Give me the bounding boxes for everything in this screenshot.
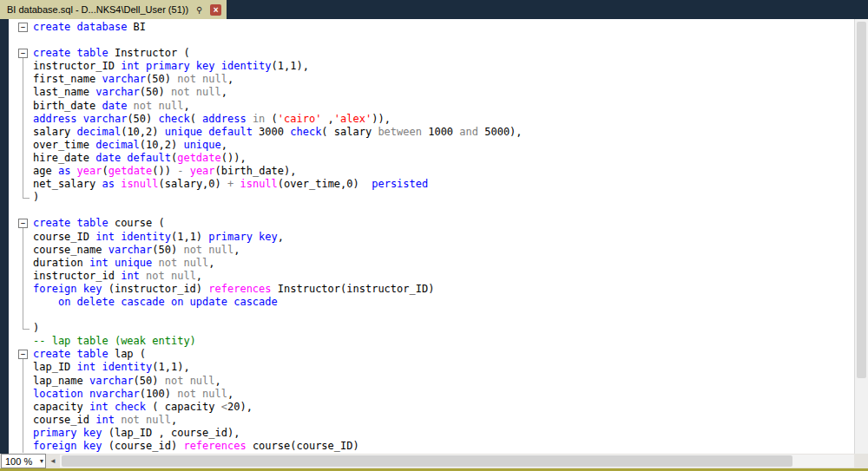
- document-tab-title: BI database.sql - D...NKS4\Dell_User (51…: [7, 4, 188, 15]
- code-line-text: [33, 204, 854, 217]
- code-line: last_name varchar(50) not null,: [9, 86, 854, 99]
- fold-margin: [9, 204, 33, 217]
- code-line-text: address varchar(50) check( address in ('…: [33, 113, 854, 126]
- fold-margin: [9, 244, 33, 257]
- code-area[interactable]: −create database BI−create table Instruc…: [9, 19, 854, 454]
- code-line: over_time decimal(10,2) unique,: [9, 139, 854, 152]
- status-bar: 100 % ▾ ◄: [0, 454, 868, 468]
- code-line: course_name varchar(50) not null,: [9, 244, 854, 257]
- code-line: primary key (lap_ID , course_id),: [9, 427, 854, 440]
- fold-margin: −: [9, 21, 33, 34]
- fold-margin: [9, 296, 33, 309]
- collapse-region-icon[interactable]: −: [18, 219, 28, 228]
- pin-icon[interactable]: ⚲: [194, 4, 205, 16]
- editor-region: −create database BI−create table Instruc…: [0, 19, 868, 454]
- code-line: address varchar(50) check( address in ('…: [9, 113, 854, 126]
- fold-margin: [9, 126, 33, 139]
- fold-margin: [9, 165, 33, 178]
- fold-margin: [9, 283, 33, 296]
- close-icon[interactable]: ×: [210, 4, 221, 16]
- zoom-level: 100 %: [5, 456, 32, 467]
- ssms-window: BI database.sql - D...NKS4\Dell_User (51…: [0, 0, 868, 471]
- code-line-text: over_time decimal(10,2) unique,: [33, 139, 854, 152]
- code-line: lap_name varchar(50) not null,: [9, 375, 854, 388]
- zoom-dropdown[interactable]: 100 % ▾: [1, 454, 46, 468]
- code-line-text: foreign key (course_id) references cours…: [33, 440, 854, 453]
- code-line: first_name varchar(50) not null,: [9, 73, 854, 86]
- collapse-region-icon[interactable]: −: [18, 23, 28, 32]
- code-line: −create table lap (: [9, 348, 854, 361]
- code-line: location nvarchar(100) not null,: [9, 388, 854, 401]
- fold-margin: −: [9, 217, 33, 230]
- code-line: age as year(getdate()) - year(birth_date…: [9, 165, 854, 178]
- code-line-text: course_id int not null,: [33, 414, 854, 427]
- code-line-text: net_salary as isnull(salary,0) + isnull(…: [33, 178, 854, 191]
- code-line-text: foreign key (instructor_id) references I…: [33, 283, 854, 296]
- fold-margin: [9, 270, 33, 283]
- code-line-text: ): [33, 191, 854, 204]
- fold-margin: [9, 113, 33, 126]
- fold-margin: [9, 73, 33, 86]
- code-line: foreign key (course_id) references cours…: [9, 440, 854, 453]
- document-tab-bar: BI database.sql - D...NKS4\Dell_User (51…: [0, 0, 868, 19]
- fold-margin: −: [9, 47, 33, 60]
- fold-margin: [9, 440, 33, 453]
- code-line-text: create database BI: [33, 21, 854, 34]
- code-line: [9, 204, 854, 217]
- horizontal-scrollbar-thumb[interactable]: [62, 455, 792, 467]
- fold-margin: [9, 191, 33, 204]
- code-line-text: instructor_ID int primary key identity(1…: [33, 60, 854, 73]
- code-line-text: create table lap (: [33, 348, 854, 361]
- code-line-text: instructor_id int not null,: [33, 270, 854, 283]
- fold-margin: [9, 414, 33, 427]
- fold-margin: [9, 309, 33, 322]
- code-line: course_id int not null,: [9, 414, 854, 427]
- code-line: lap_ID int identity(1,1),: [9, 361, 854, 374]
- code-line-text: capacity int check ( capacity <20),: [33, 401, 854, 414]
- code-line: course_ID int identity(1,1) primary key,: [9, 231, 854, 244]
- vertical-scrollbar[interactable]: [854, 19, 868, 454]
- code-line: ): [9, 191, 854, 204]
- code-line-text: course_ID int identity(1,1) primary key,: [33, 231, 854, 244]
- code-line: birth_date date not null,: [9, 100, 854, 113]
- code-line-text: hire_date date default(getdate()),: [33, 152, 854, 165]
- fold-margin: −: [9, 348, 33, 361]
- fold-margin: [9, 388, 33, 401]
- fold-margin: [9, 375, 33, 388]
- collapse-region-icon[interactable]: −: [18, 49, 28, 58]
- code-line-text: last_name varchar(50) not null,: [33, 86, 854, 99]
- code-line-text: salary decimal(10,2) unique default 3000…: [33, 126, 854, 139]
- code-line-text: age as year(getdate()) - year(birth_date…: [33, 165, 854, 178]
- vertical-scrollbar-thumb[interactable]: [857, 22, 866, 378]
- fold-margin: [9, 427, 33, 440]
- horizontal-scrollbar[interactable]: [60, 455, 854, 468]
- document-tab[interactable]: BI database.sql - D...NKS4\Dell_User (51…: [0, 0, 227, 19]
- code-line: [9, 34, 854, 47]
- code-line: salary decimal(10,2) unique default 3000…: [9, 126, 854, 139]
- code-line-text: location nvarchar(100) not null,: [33, 388, 854, 401]
- code-line-text: first_name varchar(50) not null,: [33, 73, 854, 86]
- scroll-left-arrow-icon[interactable]: ◄: [46, 457, 60, 465]
- code-line: instructor_ID int primary key identity(1…: [9, 60, 854, 73]
- code-line-text: lap_name varchar(50) not null,: [33, 375, 854, 388]
- chevron-down-icon: ▾: [40, 457, 43, 465]
- code-line: [9, 309, 854, 322]
- code-line-text: birth_date date not null,: [33, 100, 854, 113]
- code-line-text: -- lap table (weak entity): [33, 335, 854, 348]
- fold-margin: [9, 152, 33, 165]
- fold-margin: [9, 60, 33, 73]
- code-line: net_salary as isnull(salary,0) + isnull(…: [9, 178, 854, 191]
- fold-margin: [9, 361, 33, 374]
- code-line-text: on delete cascade on update cascade: [33, 296, 854, 309]
- code-line: foreign key (instructor_id) references I…: [9, 283, 854, 296]
- code-line-text: lap_ID int identity(1,1),: [33, 361, 854, 374]
- fold-margin: [9, 178, 33, 191]
- fold-margin: [9, 335, 33, 348]
- code-line-text: duration int unique not null,: [33, 257, 854, 270]
- collapse-region-icon[interactable]: −: [18, 350, 28, 359]
- fold-margin: [9, 100, 33, 113]
- code-line: on delete cascade on update cascade: [9, 296, 854, 309]
- code-line: -- lap table (weak entity): [9, 335, 854, 348]
- fold-margin: [9, 322, 33, 335]
- code-line: duration int unique not null,: [9, 257, 854, 270]
